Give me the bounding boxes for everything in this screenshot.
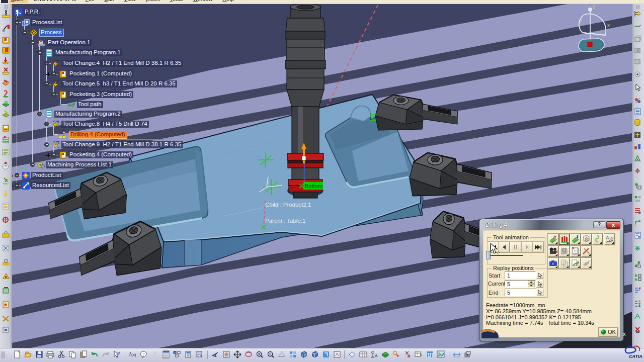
svg-text:CATIA: CATIA [629, 354, 642, 359]
svg-text:?: ? [117, 351, 120, 356]
svg-text:=: = [200, 353, 202, 358]
svg-text:Bottom: Bottom [305, 183, 323, 189]
svg-text:Parent : Table.1: Parent : Table.1 [265, 218, 305, 224]
svg-text:A: A [606, 235, 609, 240]
svg-text:y: y [580, 17, 582, 23]
svg-text:Child : Product2.1: Child : Product2.1 [265, 202, 311, 208]
svg-text:A: A [375, 353, 378, 358]
svg-text:?: ? [142, 352, 145, 356]
svg-text:(x): (x) [131, 352, 136, 357]
svg-text:z: z [593, 4, 595, 10]
svg-text:x: x [607, 23, 610, 28]
